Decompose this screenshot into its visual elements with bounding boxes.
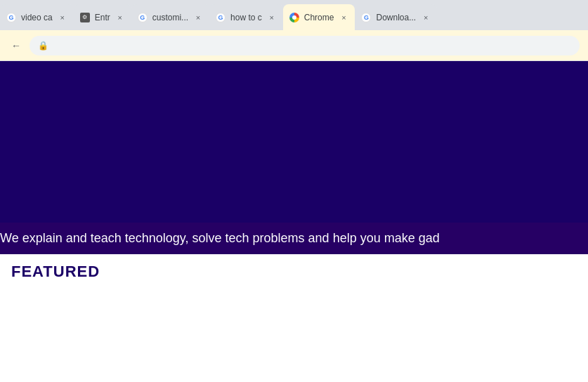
featured-section: FEATURED (0, 254, 588, 382)
tab-tab6[interactable]: GDownloa...× (355, 4, 437, 30)
hero-section (0, 61, 588, 223)
tagline-bar: We explain and teach technology, solve t… (0, 223, 588, 254)
featured-label: FEATURED (11, 263, 577, 281)
tab-bar: Gvideo ca×⚙Entr×Gcustomi...×Ghow to c×Ch… (0, 0, 588, 30)
tab6-title: Downloa... (376, 13, 416, 22)
main-content: We explain and teach technology, solve t… (0, 61, 588, 382)
tab3-favicon-icon: G (137, 12, 148, 23)
tab2-close-button[interactable]: × (115, 12, 126, 23)
address-bar: ← 🔒 (0, 30, 588, 61)
tab-tab1[interactable]: Gvideo ca× (0, 4, 74, 30)
tagline-text: We explain and teach technology, solve t… (0, 231, 440, 245)
tab5-close-button[interactable]: × (338, 12, 349, 23)
tab-tab5[interactable]: Chrome× (283, 4, 355, 30)
tab-tab2[interactable]: ⚙Entr× (74, 4, 131, 30)
tab3-title: customi... (152, 13, 188, 22)
url-box[interactable]: 🔒 (30, 36, 580, 55)
tab2-title: Entr (95, 13, 110, 22)
lock-icon: 🔒 (38, 41, 48, 51)
tab6-favicon-icon: G (360, 12, 372, 23)
tab1-close-button[interactable]: × (57, 12, 68, 23)
tab2-favicon-icon: ⚙ (79, 12, 91, 23)
tab4-favicon-icon: G (215, 12, 226, 23)
tab5-title: Chrome (304, 13, 334, 22)
tab5-favicon-icon (289, 12, 300, 23)
tab6-close-button[interactable]: × (420, 12, 431, 23)
back-icon[interactable]: ← (8, 37, 24, 54)
tab-tab3[interactable]: Gcustomi...× (131, 4, 209, 30)
tab3-close-button[interactable]: × (192, 12, 204, 23)
tab4-close-button[interactable]: × (266, 12, 277, 23)
tab1-title: video ca (21, 13, 53, 22)
tab1-favicon-icon: G (6, 12, 17, 23)
tab-tab4[interactable]: Ghow to c× (209, 4, 283, 30)
tab4-title: how to c (230, 13, 262, 22)
